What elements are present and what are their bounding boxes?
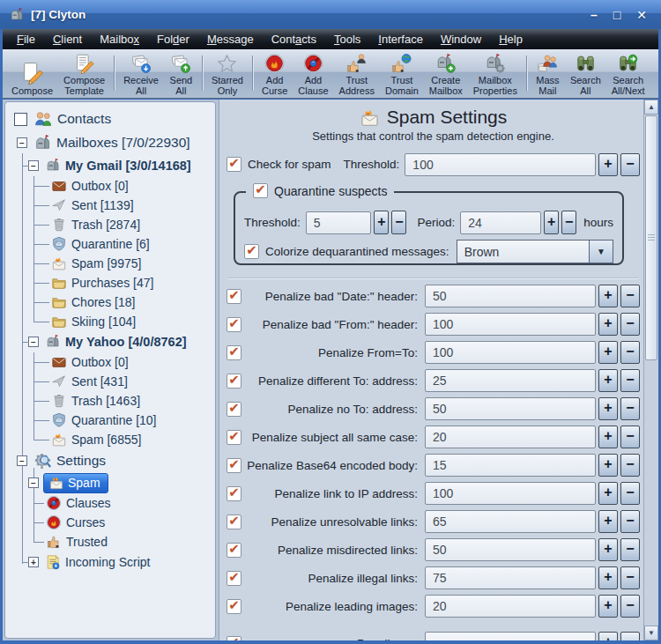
title-bar[interactable]: [7] Clyton – □ ✕ xyxy=(0,0,661,29)
tree-item-curses[interactable]: Curses xyxy=(5,513,215,532)
contacts-checkbox[interactable] xyxy=(14,113,27,126)
decrement-button[interactable]: − xyxy=(620,153,640,176)
collapse-box[interactable]: − xyxy=(28,160,39,171)
scroll-down-icon[interactable]: ▼ xyxy=(644,625,658,640)
increment-button[interactable]: + xyxy=(598,426,618,448)
tree-item-clauses[interactable]: Clauses xyxy=(5,493,215,513)
collapse-box[interactable]: − xyxy=(17,455,27,466)
search-all-prev-button-partial[interactable]: SAll/ xyxy=(651,52,658,98)
penalty-input[interactable]: 15 xyxy=(425,454,596,477)
chevron-down-icon[interactable]: ▼ xyxy=(589,241,613,263)
add-curse-button[interactable]: AddCurse xyxy=(257,52,292,98)
trust-domain-button[interactable]: TrustDomain xyxy=(381,52,423,98)
menu-mailbox[interactable]: Mailbox xyxy=(91,31,148,48)
spam-threshold-input[interactable]: 100 xyxy=(405,153,596,176)
tree-item-sent[interactable]: Sent [1139] xyxy=(5,196,215,215)
tree-item-contacts[interactable]: Contacts xyxy=(5,107,215,130)
tree-item-incoming-script[interactable]: + Incoming Script xyxy=(5,551,215,573)
penalty-checkbox[interactable]: ✔ xyxy=(227,514,241,529)
selected-tree-item[interactable]: Spam xyxy=(43,473,108,493)
scroll-up-icon[interactable]: ▲ xyxy=(644,100,658,115)
menu-message[interactable]: Message xyxy=(198,31,263,48)
decrement-button[interactable]: − xyxy=(620,313,640,336)
increment-button[interactable]: + xyxy=(598,397,618,420)
decrement-button[interactable]: − xyxy=(620,482,640,505)
tree-item-spam-yahoo[interactable]: Spam [6855] xyxy=(5,430,215,449)
create-mailbox-button[interactable]: CreateMailbox xyxy=(425,52,467,98)
penalty-checkbox[interactable]: ✔ xyxy=(227,458,241,473)
decrement-button[interactable]: − xyxy=(620,341,640,364)
tree-item-outbox[interactable]: Outbox [0] xyxy=(5,176,215,196)
decrement-button[interactable]: − xyxy=(620,369,640,392)
compose-button[interactable]: Compose xyxy=(7,52,57,98)
tree-item-settings[interactable]: − Settings xyxy=(5,449,215,472)
mailbox-properties-button[interactable]: MailboxProperties xyxy=(469,52,522,98)
check-for-spam-checkbox[interactable]: ✔ xyxy=(227,157,241,172)
close-button[interactable]: ✕ xyxy=(636,9,647,21)
penalty-checkbox[interactable]: ✔ xyxy=(227,599,241,614)
increment-button[interactable]: + xyxy=(598,285,618,307)
increment-button[interactable]: + xyxy=(598,482,618,505)
penalty-checkbox[interactable]: ✔ xyxy=(227,402,241,417)
search-all-next-button[interactable]: SearchAll/Next xyxy=(607,52,650,98)
increment-button[interactable]: + xyxy=(598,153,618,176)
penalty-input[interactable]: 50 xyxy=(425,397,596,420)
penalty-checkbox[interactable]: ✔ xyxy=(227,571,241,586)
increment-button[interactable]: + xyxy=(598,510,618,533)
collapse-box[interactable]: − xyxy=(28,337,39,347)
penalty-input[interactable] xyxy=(425,632,596,640)
maximize-button[interactable]: □ xyxy=(613,9,620,21)
penalty-input[interactable]: 25 xyxy=(425,369,596,392)
minimize-button[interactable]: – xyxy=(590,9,598,21)
decrement-button[interactable]: − xyxy=(620,566,640,589)
menu-interface[interactable]: Interface xyxy=(369,31,432,48)
increment-button[interactable]: + xyxy=(598,595,618,618)
penalty-checkbox[interactable]: ✔ xyxy=(227,430,241,445)
starred-only-button[interactable]: StarredOnly xyxy=(207,52,248,98)
tree-item-trash[interactable]: Trash [2874] xyxy=(5,215,215,234)
increment-button[interactable]: + xyxy=(598,538,618,561)
tree-item-mailboxes[interactable]: − Mailboxes [7/0/22930] xyxy=(5,130,215,155)
increment-button[interactable]: + xyxy=(598,632,618,640)
receive-all-button[interactable]: ReceiveAll xyxy=(119,52,163,98)
add-clause-button[interactable]: AddClause xyxy=(293,52,332,98)
penalty-checkbox[interactable]: ✔ xyxy=(227,374,241,389)
menu-client[interactable]: Client xyxy=(44,31,91,48)
tree-item-trash-yahoo[interactable]: Trash [1463] xyxy=(5,391,215,411)
penalty-input[interactable]: 50 xyxy=(425,285,596,307)
increment-button[interactable]: + xyxy=(598,566,618,589)
collapse-box[interactable]: − xyxy=(17,137,27,148)
expand-box[interactable]: + xyxy=(28,557,39,567)
menu-help[interactable]: Help xyxy=(490,31,531,48)
menu-window[interactable]: Window xyxy=(432,31,490,48)
penalty-input[interactable]: 100 xyxy=(425,482,596,505)
collapse-box[interactable]: − xyxy=(28,477,39,488)
tree-item-chores[interactable]: Chores [18] xyxy=(5,292,215,312)
compose-template-button[interactable]: ComposeTemplate xyxy=(59,52,109,98)
decrement-button[interactable]: − xyxy=(620,397,640,420)
tree-item-quarantine-yahoo[interactable]: Quarantine [10] xyxy=(5,411,215,430)
send-all-button[interactable]: SendAll xyxy=(165,52,197,98)
quarantine-checkbox[interactable]: ✔ xyxy=(253,183,268,198)
penalty-checkbox[interactable]: ✔ xyxy=(227,486,241,501)
menu-tools[interactable]: Tools xyxy=(325,31,369,48)
decrement-button[interactable]: − xyxy=(620,285,640,307)
penalty-input[interactable]: 100 xyxy=(425,341,596,364)
tree-item-trusted[interactable]: Trusted xyxy=(5,532,215,551)
tree-item-purchases[interactable]: Purchases [47] xyxy=(5,273,215,292)
decrement-button[interactable]: − xyxy=(620,632,640,640)
menu-folder[interactable]: Folder xyxy=(148,31,198,48)
colorize-checkbox[interactable]: ✔ xyxy=(244,244,259,259)
tree-item-my-gmail[interactable]: − My Gmail [3/0/14168] xyxy=(5,155,215,176)
penalty-input[interactable]: 20 xyxy=(425,595,596,618)
decrement-button[interactable]: − xyxy=(620,426,640,448)
tree-item-spam-settings[interactable]: − Spam xyxy=(5,472,215,493)
penalty-input[interactable]: 65 xyxy=(425,510,596,533)
penalty-input[interactable]: 75 xyxy=(425,566,596,589)
penalty-input[interactable]: 100 xyxy=(425,313,596,336)
decrement-button[interactable]: − xyxy=(620,595,640,618)
mass-mail-button[interactable]: MassMail xyxy=(531,52,564,98)
tree-item-quarantine[interactable]: Quarantine [6] xyxy=(5,234,215,254)
tree-item-my-yahoo[interactable]: − My Yahoo [4/0/8762] xyxy=(5,331,215,352)
penalty-input[interactable]: 50 xyxy=(425,538,596,561)
